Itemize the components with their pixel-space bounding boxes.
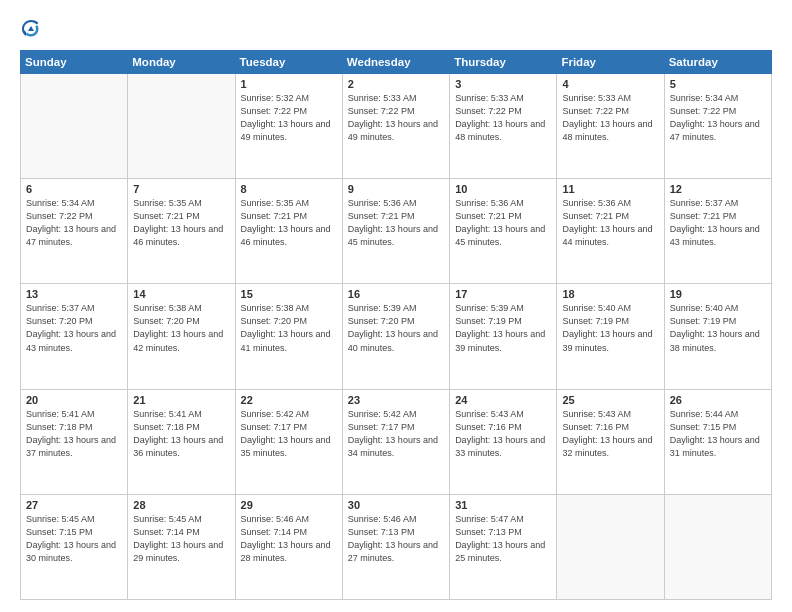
day-cell: 10Sunrise: 5:36 AM Sunset: 7:21 PM Dayli…	[450, 179, 557, 284]
day-number: 27	[26, 499, 122, 511]
day-cell	[557, 494, 664, 599]
day-info: Sunrise: 5:37 AM Sunset: 7:21 PM Dayligh…	[670, 197, 766, 249]
day-cell: 16Sunrise: 5:39 AM Sunset: 7:20 PM Dayli…	[342, 284, 449, 389]
day-cell: 2Sunrise: 5:33 AM Sunset: 7:22 PM Daylig…	[342, 74, 449, 179]
day-number: 14	[133, 288, 229, 300]
day-number: 22	[241, 394, 337, 406]
day-info: Sunrise: 5:43 AM Sunset: 7:16 PM Dayligh…	[562, 408, 658, 460]
day-cell: 20Sunrise: 5:41 AM Sunset: 7:18 PM Dayli…	[21, 389, 128, 494]
day-number: 1	[241, 78, 337, 90]
week-row-5: 27Sunrise: 5:45 AM Sunset: 7:15 PM Dayli…	[21, 494, 772, 599]
day-number: 15	[241, 288, 337, 300]
week-row-2: 6Sunrise: 5:34 AM Sunset: 7:22 PM Daylig…	[21, 179, 772, 284]
day-number: 20	[26, 394, 122, 406]
day-number: 25	[562, 394, 658, 406]
day-cell: 22Sunrise: 5:42 AM Sunset: 7:17 PM Dayli…	[235, 389, 342, 494]
day-cell: 25Sunrise: 5:43 AM Sunset: 7:16 PM Dayli…	[557, 389, 664, 494]
day-cell: 18Sunrise: 5:40 AM Sunset: 7:19 PM Dayli…	[557, 284, 664, 389]
day-info: Sunrise: 5:46 AM Sunset: 7:13 PM Dayligh…	[348, 513, 444, 565]
day-number: 5	[670, 78, 766, 90]
header	[20, 18, 772, 40]
day-number: 16	[348, 288, 444, 300]
day-number: 31	[455, 499, 551, 511]
week-row-4: 20Sunrise: 5:41 AM Sunset: 7:18 PM Dayli…	[21, 389, 772, 494]
day-number: 11	[562, 183, 658, 195]
day-number: 12	[670, 183, 766, 195]
weekday-header-wednesday: Wednesday	[342, 51, 449, 74]
day-cell: 9Sunrise: 5:36 AM Sunset: 7:21 PM Daylig…	[342, 179, 449, 284]
day-info: Sunrise: 5:42 AM Sunset: 7:17 PM Dayligh…	[348, 408, 444, 460]
day-cell	[21, 74, 128, 179]
day-number: 13	[26, 288, 122, 300]
logo-icon	[20, 18, 42, 40]
day-number: 23	[348, 394, 444, 406]
day-info: Sunrise: 5:33 AM Sunset: 7:22 PM Dayligh…	[562, 92, 658, 144]
day-cell: 7Sunrise: 5:35 AM Sunset: 7:21 PM Daylig…	[128, 179, 235, 284]
weekday-header-monday: Monday	[128, 51, 235, 74]
week-row-3: 13Sunrise: 5:37 AM Sunset: 7:20 PM Dayli…	[21, 284, 772, 389]
day-info: Sunrise: 5:46 AM Sunset: 7:14 PM Dayligh…	[241, 513, 337, 565]
day-info: Sunrise: 5:45 AM Sunset: 7:14 PM Dayligh…	[133, 513, 229, 565]
day-info: Sunrise: 5:40 AM Sunset: 7:19 PM Dayligh…	[562, 302, 658, 354]
day-info: Sunrise: 5:39 AM Sunset: 7:20 PM Dayligh…	[348, 302, 444, 354]
weekday-header-saturday: Saturday	[664, 51, 771, 74]
day-cell: 17Sunrise: 5:39 AM Sunset: 7:19 PM Dayli…	[450, 284, 557, 389]
day-info: Sunrise: 5:40 AM Sunset: 7:19 PM Dayligh…	[670, 302, 766, 354]
day-info: Sunrise: 5:33 AM Sunset: 7:22 PM Dayligh…	[455, 92, 551, 144]
day-cell: 31Sunrise: 5:47 AM Sunset: 7:13 PM Dayli…	[450, 494, 557, 599]
day-number: 26	[670, 394, 766, 406]
logo	[20, 18, 46, 40]
day-info: Sunrise: 5:35 AM Sunset: 7:21 PM Dayligh…	[241, 197, 337, 249]
weekday-header-row: SundayMondayTuesdayWednesdayThursdayFrid…	[21, 51, 772, 74]
day-info: Sunrise: 5:45 AM Sunset: 7:15 PM Dayligh…	[26, 513, 122, 565]
day-cell: 21Sunrise: 5:41 AM Sunset: 7:18 PM Dayli…	[128, 389, 235, 494]
day-cell: 1Sunrise: 5:32 AM Sunset: 7:22 PM Daylig…	[235, 74, 342, 179]
day-number: 9	[348, 183, 444, 195]
day-number: 24	[455, 394, 551, 406]
day-cell	[664, 494, 771, 599]
day-info: Sunrise: 5:44 AM Sunset: 7:15 PM Dayligh…	[670, 408, 766, 460]
day-info: Sunrise: 5:33 AM Sunset: 7:22 PM Dayligh…	[348, 92, 444, 144]
day-number: 2	[348, 78, 444, 90]
day-number: 4	[562, 78, 658, 90]
day-number: 28	[133, 499, 229, 511]
day-cell: 23Sunrise: 5:42 AM Sunset: 7:17 PM Dayli…	[342, 389, 449, 494]
week-row-1: 1Sunrise: 5:32 AM Sunset: 7:22 PM Daylig…	[21, 74, 772, 179]
day-info: Sunrise: 5:32 AM Sunset: 7:22 PM Dayligh…	[241, 92, 337, 144]
day-info: Sunrise: 5:38 AM Sunset: 7:20 PM Dayligh…	[133, 302, 229, 354]
day-info: Sunrise: 5:34 AM Sunset: 7:22 PM Dayligh…	[670, 92, 766, 144]
day-number: 6	[26, 183, 122, 195]
day-info: Sunrise: 5:35 AM Sunset: 7:21 PM Dayligh…	[133, 197, 229, 249]
day-info: Sunrise: 5:38 AM Sunset: 7:20 PM Dayligh…	[241, 302, 337, 354]
calendar-page: SundayMondayTuesdayWednesdayThursdayFrid…	[0, 0, 792, 612]
day-cell: 12Sunrise: 5:37 AM Sunset: 7:21 PM Dayli…	[664, 179, 771, 284]
day-cell: 15Sunrise: 5:38 AM Sunset: 7:20 PM Dayli…	[235, 284, 342, 389]
day-cell: 3Sunrise: 5:33 AM Sunset: 7:22 PM Daylig…	[450, 74, 557, 179]
day-info: Sunrise: 5:36 AM Sunset: 7:21 PM Dayligh…	[348, 197, 444, 249]
day-cell: 30Sunrise: 5:46 AM Sunset: 7:13 PM Dayli…	[342, 494, 449, 599]
day-number: 29	[241, 499, 337, 511]
day-info: Sunrise: 5:36 AM Sunset: 7:21 PM Dayligh…	[562, 197, 658, 249]
day-cell: 4Sunrise: 5:33 AM Sunset: 7:22 PM Daylig…	[557, 74, 664, 179]
day-number: 8	[241, 183, 337, 195]
day-cell: 14Sunrise: 5:38 AM Sunset: 7:20 PM Dayli…	[128, 284, 235, 389]
day-info: Sunrise: 5:42 AM Sunset: 7:17 PM Dayligh…	[241, 408, 337, 460]
day-info: Sunrise: 5:41 AM Sunset: 7:18 PM Dayligh…	[133, 408, 229, 460]
calendar-table: SundayMondayTuesdayWednesdayThursdayFrid…	[20, 50, 772, 600]
day-info: Sunrise: 5:43 AM Sunset: 7:16 PM Dayligh…	[455, 408, 551, 460]
day-info: Sunrise: 5:36 AM Sunset: 7:21 PM Dayligh…	[455, 197, 551, 249]
weekday-header-tuesday: Tuesday	[235, 51, 342, 74]
day-number: 17	[455, 288, 551, 300]
day-cell: 29Sunrise: 5:46 AM Sunset: 7:14 PM Dayli…	[235, 494, 342, 599]
day-info: Sunrise: 5:47 AM Sunset: 7:13 PM Dayligh…	[455, 513, 551, 565]
weekday-header-friday: Friday	[557, 51, 664, 74]
day-number: 19	[670, 288, 766, 300]
day-info: Sunrise: 5:34 AM Sunset: 7:22 PM Dayligh…	[26, 197, 122, 249]
day-cell	[128, 74, 235, 179]
day-number: 30	[348, 499, 444, 511]
day-cell: 6Sunrise: 5:34 AM Sunset: 7:22 PM Daylig…	[21, 179, 128, 284]
weekday-header-thursday: Thursday	[450, 51, 557, 74]
day-info: Sunrise: 5:41 AM Sunset: 7:18 PM Dayligh…	[26, 408, 122, 460]
day-info: Sunrise: 5:39 AM Sunset: 7:19 PM Dayligh…	[455, 302, 551, 354]
day-number: 10	[455, 183, 551, 195]
